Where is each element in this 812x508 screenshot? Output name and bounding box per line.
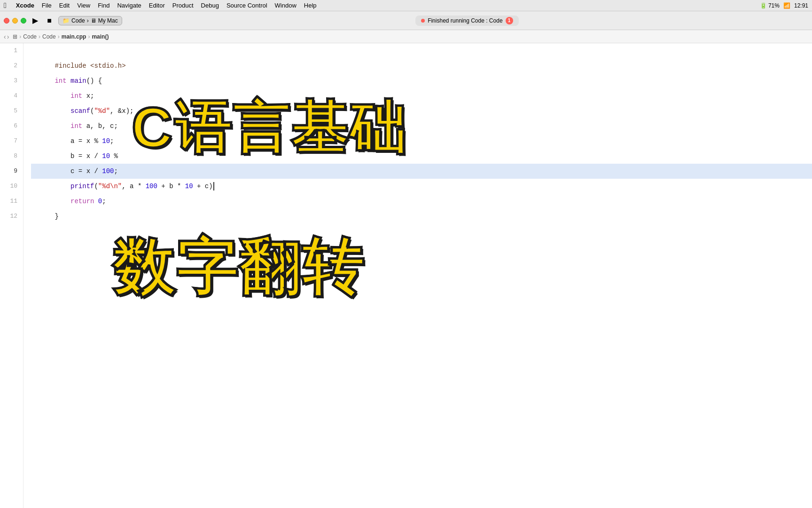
menu-find[interactable]: Find — [98, 2, 109, 9]
line-num-11: 11 — [0, 194, 23, 209]
menu-window[interactable]: Window — [275, 2, 297, 9]
line-num-7: 7 — [0, 134, 23, 149]
code-line-7: b = x / 10 % — [31, 134, 812, 149]
code-line-6: a = x % 10; — [31, 119, 812, 134]
grid-icon[interactable]: ⊞ — [13, 33, 17, 40]
line-num-5: 5 — [0, 103, 23, 119]
device-name: My Mac — [98, 17, 118, 24]
breadcrumb-bar: ‹ › ⊞ › Code › Code › main.cpp › main() — [0, 30, 812, 43]
device-icon: 🖥 — [91, 17, 96, 24]
scheme-name: Code — [71, 17, 85, 24]
menu-editor[interactable]: Editor — [149, 2, 165, 9]
status-area: Finished running Code : Code 1 — [126, 16, 808, 26]
close-button[interactable] — [4, 18, 9, 24]
wifi-icon: 📶 — [783, 2, 790, 9]
code-line-4: scanf("%d", &x); — [31, 88, 812, 103]
run-button[interactable]: ▶ — [30, 16, 40, 26]
code-line-1: #include <stdio.h> — [31, 43, 812, 58]
line-numbers: 1 2 3 4 5 6 7 8 9 10 11 12 — [0, 43, 23, 508]
line-num-9: 9 — [0, 164, 23, 179]
line-num-10: 10 — [0, 179, 23, 194]
menubar:  Xcode File Edit View Find Navigate Edi… — [0, 0, 812, 11]
battery-icon: 🔋 71% — [760, 2, 780, 9]
scheme-icon: 📁 — [62, 17, 70, 24]
line-num-4: 4 — [0, 88, 23, 103]
code-line-9: printf("%d\n", a * 100 + b * 10 + c) — [31, 164, 812, 179]
code-line-5: int a, b, c; — [31, 103, 812, 119]
menu-navigate[interactable]: Navigate — [117, 2, 141, 9]
line-num-8: 8 — [0, 149, 23, 164]
line-num-3: 3 — [0, 73, 23, 88]
line-num-12: 12 — [0, 209, 23, 224]
forward-arrow[interactable]: › — [7, 33, 9, 40]
toolbar: ▶ ■ 📁 Code › 🖥 My Mac Finished running C… — [0, 11, 812, 30]
menu-view[interactable]: View — [77, 2, 90, 9]
breadcrumb-file[interactable]: main.cpp — [62, 33, 86, 40]
stop-button[interactable]: ■ — [44, 16, 55, 26]
clock: 12:91 — [794, 2, 808, 9]
scheme-selector[interactable]: 📁 Code › 🖥 My Mac — [58, 16, 122, 25]
editor: 1 2 3 4 5 6 7 8 9 10 11 12 #include <std… — [0, 43, 812, 508]
line-num-6: 6 — [0, 119, 23, 134]
menu-file[interactable]: File — [42, 2, 52, 9]
menubar-right: 🔋 71% 📶 12:91 — [760, 2, 808, 9]
app-name[interactable]: Xcode — [16, 2, 34, 9]
status-text: Finished running Code : Code — [428, 17, 502, 24]
traffic-lights — [4, 18, 26, 24]
breadcrumb-code1[interactable]: Code — [23, 33, 37, 40]
apple-menu[interactable]:  — [4, 1, 7, 10]
code-line-2: int main() { — [31, 58, 812, 73]
nav-arrows: ‹ › — [4, 33, 9, 40]
line-num-2: 2 — [0, 58, 23, 73]
breadcrumb-code2[interactable]: Code — [42, 33, 56, 40]
menu-edit[interactable]: Edit — [59, 2, 70, 9]
minimize-button[interactable] — [12, 18, 18, 24]
status-pill: Finished running Code : Code 1 — [415, 16, 518, 26]
error-dot — [421, 19, 425, 23]
menu-help[interactable]: Help — [304, 2, 317, 9]
back-arrow[interactable]: ‹ — [4, 33, 6, 40]
maximize-button[interactable] — [21, 18, 26, 24]
code-line-3: int x; — [31, 73, 812, 88]
code-line-8: c = x / 100; — [31, 149, 812, 164]
separator: › — [87, 17, 89, 24]
error-count: 1 — [506, 17, 513, 24]
line-num-1: 1 — [0, 43, 23, 58]
code-area[interactable]: #include <stdio.h> int main() { int x; s… — [23, 43, 812, 508]
menu-source-control[interactable]: Source Control — [226, 2, 267, 9]
code-line-12 — [31, 209, 812, 224]
code-line-11: } — [31, 194, 812, 209]
menu-debug[interactable]: Debug — [201, 2, 219, 9]
menu-product[interactable]: Product — [172, 2, 194, 9]
breadcrumb-function[interactable]: main() — [92, 33, 109, 40]
